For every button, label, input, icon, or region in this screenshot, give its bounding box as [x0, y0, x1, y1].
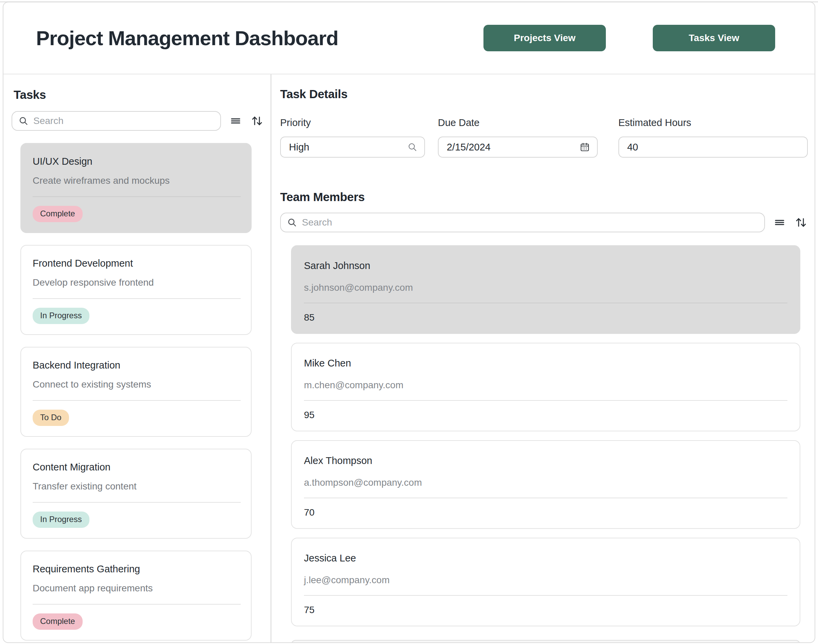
task-fields-row: Priority Due Date: [280, 117, 808, 158]
tasks-sort-button[interactable]: [250, 114, 264, 128]
estimated-hours-label: Estimated Hours: [618, 117, 808, 129]
task-details-title: Task Details: [280, 87, 808, 101]
due-date-label: Due Date: [438, 117, 598, 129]
due-date-input[interactable]: [447, 142, 575, 153]
estimated-hours-input-box[interactable]: [618, 136, 808, 158]
member-name: Jessica Lee: [304, 553, 787, 564]
priority-input-box[interactable]: [280, 136, 425, 158]
projects-view-button[interactable]: Projects View: [483, 25, 606, 51]
member-email: j.lee@company.com: [304, 575, 787, 586]
tasks-filter-button[interactable]: [230, 115, 241, 127]
task-card[interactable]: Backend Integration Connect to existing …: [20, 347, 252, 437]
card-divider: [33, 502, 241, 503]
task-subtitle: Connect to existing systems: [33, 379, 241, 390]
tasks-search-box[interactable]: [12, 111, 221, 131]
tasks-search-input[interactable]: [33, 115, 214, 126]
member-card-list: Sarah Johnson s.johnson@company.com 85 M…: [291, 245, 808, 626]
filter-icon: [774, 217, 785, 228]
status-badge: In Progress: [33, 512, 89, 528]
task-subtitle: Develop responsive frontend: [33, 277, 241, 288]
team-search-box[interactable]: [280, 213, 765, 232]
status-badge: To Do: [33, 409, 69, 426]
tasks-view-button[interactable]: Tasks View: [653, 25, 775, 51]
card-divider: [33, 604, 241, 605]
calendar-icon[interactable]: [579, 142, 590, 152]
team-filter-button[interactable]: [774, 217, 785, 228]
card-divider: [33, 298, 241, 299]
status-badge: In Progress: [33, 308, 89, 324]
app-window: Project Management Dashboard Projects Vi…: [3, 2, 815, 643]
member-name: Sarah Johnson: [304, 260, 787, 271]
search-icon: [18, 116, 29, 126]
task-card[interactable]: UI/UX Design Create wireframes and mocku…: [20, 143, 252, 233]
tasks-panel-title: Tasks: [14, 88, 264, 101]
priority-field: Priority: [280, 117, 425, 158]
tasks-panel: Tasks: [3, 74, 271, 642]
card-divider: [304, 400, 787, 401]
member-score: 70: [304, 507, 787, 518]
member-email: a.thompson@company.com: [304, 477, 787, 488]
task-details-panel: Task Details Priority Due Date: [271, 74, 815, 642]
tasks-search-row: [12, 111, 264, 131]
member-email: s.johnson@company.com: [304, 282, 787, 293]
card-divider: [33, 196, 241, 197]
card-divider: [304, 303, 787, 303]
member-email: m.chen@company.com: [304, 380, 787, 391]
team-search-input[interactable]: [302, 217, 758, 228]
header-buttons: Projects View Tasks View: [483, 25, 775, 51]
due-date-input-box[interactable]: [438, 136, 598, 158]
task-title: Content Migration: [33, 462, 241, 473]
task-card-list: UI/UX Design Create wireframes and mocku…: [20, 143, 264, 641]
task-subtitle: Document app requirements: [33, 583, 241, 594]
estimated-hours-field: Estimated Hours: [618, 117, 808, 158]
sort-arrows-icon: [794, 216, 808, 229]
task-title: Requirements Gathering: [33, 563, 241, 575]
card-divider: [33, 400, 241, 401]
due-date-field: Due Date: [438, 117, 598, 158]
task-subtitle: Transfer existing content: [33, 481, 241, 492]
priority-label: Priority: [280, 117, 425, 129]
task-card[interactable]: Requirements Gathering Document app requ…: [20, 550, 252, 641]
task-card[interactable]: Frontend Development Develop responsive …: [20, 245, 252, 335]
search-icon: [407, 142, 418, 152]
page-title: Project Management Dashboard: [36, 26, 338, 50]
team-add-record-button[interactable]: Add Record: [291, 640, 800, 643]
team-members-title: Team Members: [280, 190, 808, 204]
team-sort-button[interactable]: [794, 216, 808, 229]
member-score: 95: [304, 409, 787, 420]
app-header: Project Management Dashboard Projects Vi…: [3, 2, 815, 74]
main-content: Tasks: [3, 74, 815, 642]
task-subtitle: Create wireframes and mockups: [33, 175, 241, 186]
search-icon: [287, 218, 297, 228]
card-divider: [304, 595, 787, 596]
member-name: Mike Chen: [304, 358, 787, 369]
member-name: Alex Thompson: [304, 455, 787, 466]
task-title: Frontend Development: [33, 258, 241, 269]
status-badge: Complete: [33, 206, 83, 222]
card-divider: [304, 498, 787, 498]
member-card[interactable]: Mike Chen m.chen@company.com 95: [291, 343, 800, 431]
member-card[interactable]: Sarah Johnson s.johnson@company.com 85: [291, 245, 800, 334]
member-card[interactable]: Jessica Lee j.lee@company.com 75: [291, 538, 800, 626]
member-score: 85: [304, 312, 787, 323]
team-search-row: [280, 213, 808, 232]
priority-input[interactable]: [289, 142, 403, 153]
member-score: 75: [304, 605, 787, 615]
sort-arrows-icon: [250, 114, 264, 128]
filter-icon: [230, 115, 241, 127]
task-title: Backend Integration: [33, 360, 241, 371]
estimated-hours-input[interactable]: [627, 142, 800, 153]
task-card[interactable]: Content Migration Transfer existing cont…: [20, 449, 252, 539]
task-title: UI/UX Design: [33, 156, 241, 167]
status-badge: Complete: [33, 613, 83, 630]
team-members-section: Team Members: [280, 190, 808, 643]
member-card[interactable]: Alex Thompson a.thompson@company.com 70: [291, 440, 800, 529]
